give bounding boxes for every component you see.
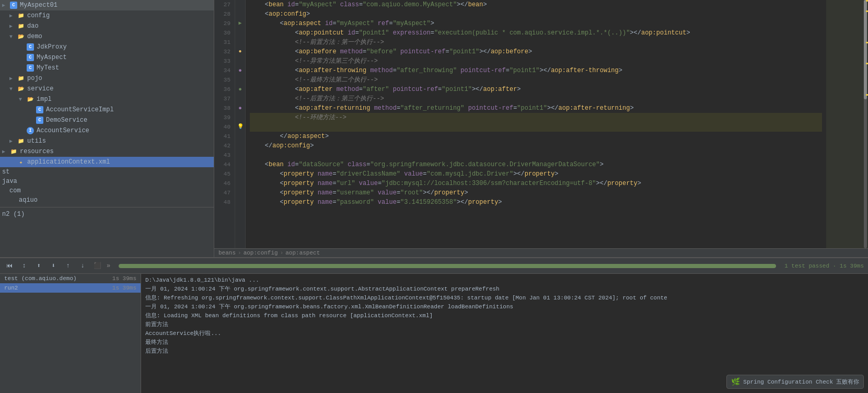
gutter-44	[235, 160, 245, 169]
line-number-36: 36	[218, 85, 230, 94]
gutter-46	[235, 179, 245, 188]
sidebar-item-utils[interactable]: ▶ 📁 utils	[0, 136, 214, 146]
sidebar-item-label: com	[9, 187, 21, 194]
test-item-label-1: run2	[4, 285, 18, 291]
gutter-39	[235, 113, 245, 122]
line-number-48: 48	[218, 198, 230, 207]
gutter-47	[235, 188, 245, 198]
gutter-43	[235, 151, 245, 160]
gutter-28	[235, 9, 245, 19]
sidebar-item-demo[interactable]: ▼ 📂 demo	[0, 31, 214, 42]
sidebar-item-resources[interactable]: ▶ 📁 resources	[0, 146, 214, 157]
breadcrumb-aopaspect[interactable]: aop:aspect	[285, 250, 320, 256]
gutter-29: ▶	[235, 19, 245, 28]
sidebar-item-n2[interactable]: n2 (1)	[0, 210, 214, 219]
toolbar-btn-6[interactable]: ↓	[77, 261, 88, 271]
sidebar-item-config[interactable]: ▶ 📁 config	[0, 10, 214, 21]
line-number-35: 35	[218, 75, 230, 85]
sidebar-item-accountserviceimpl[interactable]: ▶ C AccountServiceImpl	[0, 105, 214, 115]
line-number-39: 39	[218, 113, 230, 122]
spring-check-suffix: 五败有你	[836, 378, 859, 386]
toolbar-btn-4[interactable]: ⬇	[48, 261, 59, 271]
gutter-33	[235, 56, 245, 66]
breadcrumb-aopconfig[interactable]: aop:config	[244, 250, 278, 256]
test-item-1[interactable]: run2 1s 39ms	[0, 283, 141, 293]
console-line-6: AccountService执行啦...	[145, 329, 864, 338]
file-c-icon: C	[26, 43, 34, 51]
console-line-5: 前置方法	[145, 320, 864, 329]
breadcrumb-beans[interactable]: beans	[218, 250, 236, 256]
file-c-icon: C	[36, 106, 44, 114]
folder-icon: 📂	[17, 32, 25, 41]
progress-bar	[119, 264, 776, 268]
sidebar-item-jdkproxy[interactable]: ▶ C JdkProxy	[0, 42, 214, 52]
marker-36: ●	[238, 85, 242, 94]
breadcrumb: beans › aop:config › aop:aspect	[214, 248, 868, 257]
code-line-40[interactable]	[250, 122, 822, 132]
arrow-icon: ▶	[9, 75, 17, 82]
test-item-0[interactable]: test (com.aqiuo.demo) 1s 39ms	[0, 274, 141, 283]
code-line-43	[250, 151, 822, 160]
console-line-8: 后置方法	[145, 347, 864, 356]
toolbar-btn-3[interactable]: ⬆	[33, 261, 44, 271]
sidebar-item-com[interactable]: com	[0, 186, 214, 195]
run-marker-29[interactable]: ▶	[238, 19, 241, 28]
sidebar-item-demoservice[interactable]: ▶ C DemoService	[0, 115, 214, 125]
spring-check-label: Spring Configuration Check	[743, 379, 833, 385]
code-area[interactable]: <bean id="myAspect" class="com.aqiuo.dem…	[246, 0, 826, 248]
code-line-29: <aop:aspect id="myAspect" ref="myAspect"…	[250, 19, 822, 28]
minimap[interactable]	[826, 0, 868, 248]
sidebar-item-service[interactable]: ▼ 📂 service	[0, 84, 214, 94]
sidebar-item-dao[interactable]: ▶ 📁 dao	[0, 21, 214, 31]
folder-icon: 📁	[9, 147, 18, 156]
sidebar-item-pojo[interactable]: ▶ 📁 pojo	[0, 73, 214, 84]
file-c-icon: C	[36, 116, 44, 124]
sidebar-item-label: AccountService	[37, 127, 89, 134]
sidebar-item-mytest[interactable]: ▶ C MyTest	[0, 63, 214, 73]
file-c-icon: C	[26, 53, 34, 62]
sidebar: ▶ C MyAspect01 ▶ 📁 config ▶ 📁 dao ▼ 📂 de…	[0, 0, 214, 257]
arrow-icon: ▶	[2, 2, 9, 8]
sidebar-item-aqiuo[interactable]: aqiuo	[0, 195, 214, 205]
gutter-42	[235, 141, 245, 151]
line-number-43: 43	[218, 151, 230, 160]
console-line-1: 一月 01, 2024 1:00:24 下午 org.springframewo…	[145, 285, 864, 294]
toolbar-btn-5[interactable]: ↑	[63, 261, 73, 271]
line-number-42: 42	[218, 141, 230, 151]
more-button[interactable]: »	[107, 262, 110, 270]
gutter: ▶ ● ● ● ● 💡	[235, 0, 246, 248]
toolbar-btn-1[interactable]: ⏮	[4, 261, 15, 271]
arrow-icon: ▶	[9, 138, 17, 144]
sidebar-item-st[interactable]: st	[0, 167, 214, 177]
toolbar-btn-2[interactable]: ↕	[19, 261, 29, 271]
sidebar-item-myaspect[interactable]: ▶ C MyAspect	[0, 52, 214, 63]
code-line-27: <bean id="myAspect" class="com.aqiuo.dem…	[250, 0, 822, 9]
sidebar-item-impl[interactable]: ▼ 📂 impl	[0, 94, 214, 105]
sidebar-item-myaspect01[interactable]: ▶ C MyAspect01	[0, 0, 214, 10]
line-number-38: 38	[218, 103, 230, 113]
line-number-40: 40	[218, 122, 230, 132]
folder-icon: 📁	[17, 74, 25, 83]
marker-34: ●	[238, 66, 242, 75]
folder-icon: 📁	[17, 11, 25, 20]
console-line-0: D:\Java\jdk1.8.0_121\bin\java ...	[145, 276, 864, 285]
code-line-46: <property name="url" value="jdbc:mysql:/…	[250, 179, 822, 188]
sidebar-item-java[interactable]: java	[0, 177, 214, 186]
gutter-40: 💡	[235, 122, 245, 132]
sidebar-item-accountservice[interactable]: ▶ I AccountService	[0, 125, 214, 136]
sidebar-item-label: MyTest	[37, 64, 59, 72]
gutter-32: ●	[235, 47, 245, 56]
spring-check-badge[interactable]: 🌿 Spring Configuration Check 五败有你	[726, 375, 864, 389]
gutter-27	[235, 0, 245, 9]
sidebar-item-applicationcontext[interactable]: ▶ ✦ applicationContext.xml	[0, 157, 214, 167]
folder-icon: 📁	[17, 137, 25, 145]
test-status: 1 test passed · 1s 39ms	[784, 263, 864, 269]
line-number-31: 31	[218, 38, 230, 47]
sidebar-item-label: MyAspect	[37, 54, 67, 61]
lightbulb-40[interactable]: 💡	[237, 122, 244, 132]
file-i-icon: I	[26, 126, 34, 135]
line-number-33: 33	[218, 56, 230, 66]
toolbar-btn-7[interactable]: ⬛	[92, 261, 102, 271]
code-line-48: <property name="password" value="3.14159…	[250, 198, 822, 207]
bottom-toolbar: ⏮ ↕ ⬆ ⬇ ↑ ↓ ⬛ » 1 test passed · 1s 39ms	[0, 258, 868, 274]
